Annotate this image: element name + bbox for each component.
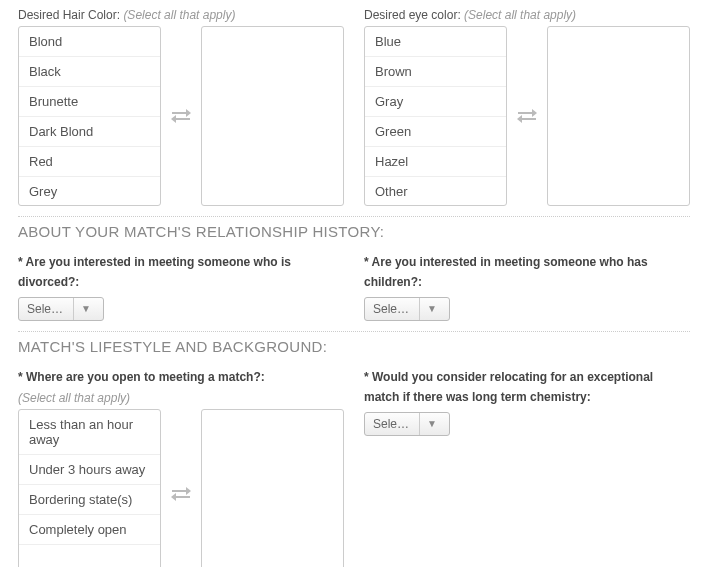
swap-icon[interactable] <box>169 487 194 501</box>
location-selected-list[interactable] <box>201 409 344 567</box>
list-item[interactable]: Under 3 hours away <box>19 455 160 485</box>
list-item[interactable]: Bordering state(s) <box>19 485 160 515</box>
divider <box>18 216 690 217</box>
eye-selected-list[interactable] <box>547 26 690 206</box>
hair-color-hint: (Select all that apply) <box>123 8 235 22</box>
hair-available-list[interactable]: Blond Black Brunette Dark Blond Red Grey… <box>18 26 161 206</box>
children-question: * Are you interested in meeting someone … <box>364 252 690 293</box>
list-item[interactable]: Blue <box>365 27 506 57</box>
relocate-question: * Would you consider relocating for an e… <box>364 367 690 408</box>
chevron-down-icon: ▼ <box>73 298 98 320</box>
children-select-value: Select ... <box>365 302 419 316</box>
swap-icon[interactable] <box>169 109 194 123</box>
divorced-select[interactable]: Select ... ▼ <box>18 297 104 321</box>
divorced-select-value: Select ... <box>19 302 73 316</box>
list-item[interactable]: Brunette <box>19 87 160 117</box>
location-question: * Where are you open to meeting a match?… <box>18 367 344 387</box>
list-item[interactable]: Gray <box>365 87 506 117</box>
list-item[interactable]: Blond <box>19 27 160 57</box>
list-item[interactable]: Brown <box>365 57 506 87</box>
list-item[interactable]: Completely open <box>19 515 160 545</box>
section-lifestyle-background: MATCH'S LIFESTYLE AND BACKGROUND: <box>18 338 690 355</box>
location-hint: (Select all that apply) <box>18 391 344 405</box>
list-item[interactable]: Black <box>19 57 160 87</box>
relocate-select-value: Select ... <box>365 417 419 431</box>
swap-icon[interactable] <box>515 109 540 123</box>
list-item[interactable]: Grey <box>19 177 160 206</box>
divorced-question: * Are you interested in meeting someone … <box>18 252 344 293</box>
eye-color-label: Desired eye color: <box>364 8 461 22</box>
section-relationship-history: ABOUT YOUR MATCH'S RELATIONSHIP HISTORY: <box>18 223 690 240</box>
divider <box>18 331 690 332</box>
list-item[interactable]: Dark Blond <box>19 117 160 147</box>
location-available-list[interactable]: Less than an hour away Under 3 hours awa… <box>18 409 161 567</box>
children-select[interactable]: Select ... ▼ <box>364 297 450 321</box>
list-item[interactable]: Hazel <box>365 147 506 177</box>
hair-selected-list[interactable] <box>201 26 344 206</box>
list-item[interactable]: Less than an hour away <box>19 410 160 455</box>
list-item[interactable]: Red <box>19 147 160 177</box>
eye-color-hint: (Select all that apply) <box>464 8 576 22</box>
chevron-down-icon: ▼ <box>419 413 444 435</box>
relocate-select[interactable]: Select ... ▼ <box>364 412 450 436</box>
eye-color-field: Desired eye color: (Select all that appl… <box>364 8 690 206</box>
list-item[interactable]: Other <box>365 177 506 206</box>
chevron-down-icon: ▼ <box>419 298 444 320</box>
list-item[interactable]: Green <box>365 117 506 147</box>
hair-color-label: Desired Hair Color: <box>18 8 120 22</box>
hair-color-field: Desired Hair Color: (Select all that app… <box>18 8 344 206</box>
eye-available-list[interactable]: Blue Brown Gray Green Hazel Other <box>364 26 507 206</box>
